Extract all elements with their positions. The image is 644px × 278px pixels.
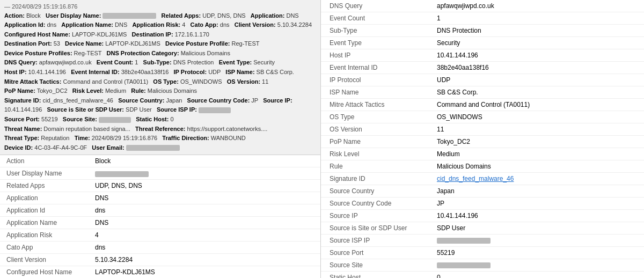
field-value: [428, 235, 644, 247]
field-value: dns: [89, 242, 320, 254]
field-value: Command and Control (TA0011): [428, 99, 644, 111]
field-label: PoP Name: [321, 136, 428, 148]
right-table-row: Event Internal ID38b2e40aa138f16: [321, 62, 644, 74]
field-label: Application: [0, 192, 89, 204]
field-label: Host IP: [321, 49, 428, 62]
field-label: Source is Site or SDP User: [321, 222, 428, 235]
field-value: Tokyo_DC2: [428, 136, 644, 148]
field-label: ISP Name: [321, 86, 428, 99]
field-value[interactable]: cid_dns_feed_malware_46: [428, 173, 644, 185]
field-value: 55219: [428, 247, 644, 259]
field-label: Source ISP IP: [321, 235, 428, 247]
left-table-row: User Display Name: [0, 167, 320, 180]
field-label: Event Type: [321, 37, 428, 49]
right-table-row: Risk LevelMedium: [321, 148, 644, 160]
left-table-row: ApplicationDNS: [0, 192, 320, 204]
field-label: Source Country Code: [321, 197, 428, 210]
field-label: Signature ID: [321, 173, 428, 185]
field-value: apfawqwjiwpd.co.uk: [428, 0, 644, 12]
field-value: LAPTOP-KDLJ61MS: [89, 266, 320, 278]
field-label: Source IP: [321, 210, 428, 222]
right-table-row: DNS Queryapfawqwjiwpd.co.uk: [321, 0, 644, 12]
right-table-row: Source Site: [321, 259, 644, 272]
field-value: DNS Protection: [428, 25, 644, 37]
right-table-row: PoP NameTokyo_DC2: [321, 136, 644, 148]
field-label: Source Port: [321, 247, 428, 259]
field-label: Configured Host Name: [0, 266, 89, 278]
right-table-row: Source CountryJapan: [321, 185, 644, 197]
right-table-row: Event Count1: [321, 12, 644, 25]
left-table-row: Client Version5.10.34.2284: [0, 254, 320, 266]
field-label: Source Country: [321, 185, 428, 197]
field-value: 4: [89, 229, 320, 242]
left-table-row: Cato Appdns: [0, 242, 320, 254]
field-label: Rule: [321, 160, 428, 173]
right-table-row: Mitre Attack TacticsCommand and Control …: [321, 99, 644, 111]
field-value: Malicious Domains: [428, 160, 644, 173]
right-table-row: Source ISP IP: [321, 235, 644, 247]
right-table-row: OS Version11: [321, 123, 644, 136]
top-bar: — 2024/08/29 15:19:16.876 Action: Block …: [0, 0, 320, 155]
field-value: Medium: [428, 148, 644, 160]
field-label: IP Protocol: [321, 74, 428, 86]
field-label: Static Host: [321, 272, 428, 279]
left-table-row: Application Risk4: [0, 229, 320, 242]
field-value: JP: [428, 197, 644, 210]
field-label: OS Version: [321, 123, 428, 136]
field-value: SDP User: [428, 222, 644, 235]
field-label: Mitre Attack Tactics: [321, 99, 428, 111]
right-table-row: Source Country CodeJP: [321, 197, 644, 210]
field-value: DNS: [89, 217, 320, 229]
right-panel: DNS Queryapfawqwjiwpd.co.ukEvent Count1S…: [321, 0, 644, 278]
left-table-row: ActionBlock: [0, 155, 320, 167]
field-value: [89, 167, 320, 180]
left-panel: — 2024/08/29 15:19:16.876 Action: Block …: [0, 0, 321, 278]
field-value: 38b2e40aa138f16: [428, 62, 644, 74]
field-label: Event Internal ID: [321, 62, 428, 74]
field-label: Application Id: [0, 204, 89, 217]
field-label: User Display Name: [0, 167, 89, 180]
right-table-row: Source Port55219: [321, 247, 644, 259]
field-label: OS Type: [321, 111, 428, 123]
field-value: 0: [428, 272, 644, 279]
field-label: Action: [0, 155, 89, 167]
right-table-row: OS TypeOS_WINDOWS: [321, 111, 644, 123]
field-label: Event Count: [321, 12, 428, 25]
field-value: UDP, DNS, DNS: [89, 180, 320, 192]
field-label: Source Site: [321, 259, 428, 272]
field-value: 10.41.144.196: [428, 210, 644, 222]
field-value: DNS: [89, 192, 320, 204]
field-value: UDP: [428, 74, 644, 86]
field-label: DNS Query: [321, 0, 428, 12]
right-table-row: Event TypeSecurity: [321, 37, 644, 49]
field-value: SB C&S Corp.: [428, 86, 644, 99]
field-value: [428, 259, 644, 272]
right-table-row: Source is Site or SDP UserSDP User: [321, 222, 644, 235]
field-label: Cato App: [0, 242, 89, 254]
field-value: Japan: [428, 185, 644, 197]
field-value: OS_WINDOWS: [428, 111, 644, 123]
timestamp: — 2024/08/29 15:19:16.876: [4, 3, 77, 10]
field-label: Related Apps: [0, 180, 89, 192]
field-label: Sub-Type: [321, 25, 428, 37]
right-table-row: Host IP10.41.144.196: [321, 49, 644, 62]
right-table-row: Static Host0: [321, 272, 644, 279]
right-table-row: Signature IDcid_dns_feed_malware_46: [321, 173, 644, 185]
field-label: Client Version: [0, 254, 89, 266]
right-table-row: Source IP10.41.144.196: [321, 210, 644, 222]
field-value: Block: [89, 155, 320, 167]
field-value: Security: [428, 37, 644, 49]
left-table-row: Application NameDNS: [0, 217, 320, 229]
field-value: 11: [428, 123, 644, 136]
left-table-row: Application Iddns: [0, 204, 320, 217]
field-label: Risk Level: [321, 148, 428, 160]
field-label: Application Risk: [0, 229, 89, 242]
left-table-row: Related AppsUDP, DNS, DNS: [0, 180, 320, 192]
field-label: Application Name: [0, 217, 89, 229]
left-table-row: Configured Host NameLAPTOP-KDLJ61MS: [0, 266, 320, 278]
field-value: 10.41.144.196: [428, 49, 644, 62]
field-value: 1: [428, 12, 644, 25]
field-value: dns: [89, 204, 320, 217]
right-table-row: Sub-TypeDNS Protection: [321, 25, 644, 37]
right-table-row: RuleMalicious Domains: [321, 160, 644, 173]
